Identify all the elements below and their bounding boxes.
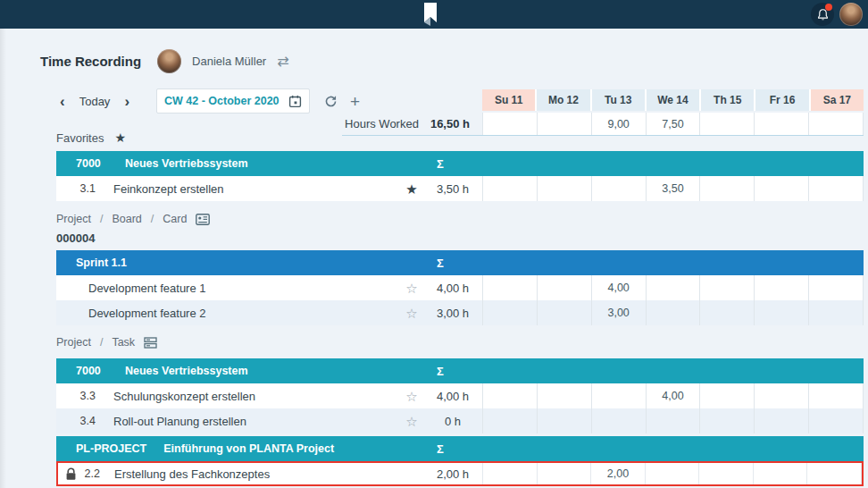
time-entry-cell[interactable] <box>482 463 537 484</box>
time-entry-cell[interactable] <box>699 176 754 201</box>
breadcrumb-item-project[interactable]: Project <box>56 336 91 349</box>
time-entry-cell[interactable] <box>646 300 700 325</box>
day-header-we: We 14 <box>647 89 699 111</box>
favorite-star-icon[interactable]: ☆ <box>400 307 423 320</box>
user-avatar[interactable] <box>839 3 863 26</box>
task-row[interactable]: 3.4 Roll-out Planung erstellen ☆ 0 h <box>56 408 864 433</box>
breadcrumb-item-board[interactable]: Board <box>112 213 141 225</box>
week-navigation-toolbar: ‹ Today › CW 42 - October 2020 + <box>56 89 360 113</box>
add-entry-button[interactable]: + <box>350 93 360 110</box>
sum-sigma-label: Σ <box>411 157 470 171</box>
project-group-header: 7000 Neues Vertriebssystem Σ <box>56 358 864 383</box>
time-entry-cell[interactable]: 3,50 <box>646 176 700 201</box>
time-entry-cell[interactable] <box>699 383 754 408</box>
task-row[interactable]: Development feature 2 ☆ 3,00 h 3,00 <box>56 300 864 325</box>
time-entry-cell[interactable] <box>699 408 754 433</box>
period-selector[interactable]: CW 42 - October 2020 <box>156 88 310 114</box>
task-total-hours: 3,00 h <box>423 307 482 320</box>
time-entry-cell[interactable] <box>754 176 808 201</box>
favorites-star-icon: ★ <box>114 130 126 145</box>
time-recording-page: Time Recording Daniela Müller ⇄ ‹ Today … <box>0 0 868 488</box>
time-entry-cell[interactable] <box>591 176 646 201</box>
calendar-icon[interactable] <box>288 95 302 108</box>
user-avatar[interactable] <box>157 49 181 73</box>
today-button[interactable]: Today <box>79 95 111 108</box>
project-code: 7000 <box>76 365 108 377</box>
time-entry-cell[interactable] <box>537 176 591 201</box>
notification-dot-badge <box>825 4 832 11</box>
favorite-star-icon[interactable]: ★ <box>400 182 423 196</box>
time-entry-cell[interactable] <box>537 300 591 325</box>
time-entry-cell[interactable]: 3,00 <box>591 300 646 325</box>
breadcrumb-item-project[interactable]: Project <box>56 213 91 225</box>
breadcrumb-item-task[interactable]: Task <box>112 336 135 349</box>
task-day-cells: 4,00 <box>482 275 864 300</box>
refresh-icon[interactable] <box>324 95 338 108</box>
switch-user-icon[interactable]: ⇄ <box>277 55 288 69</box>
task-number: 3.1 <box>72 182 96 195</box>
time-entry-cell[interactable] <box>645 463 699 484</box>
next-week-button[interactable]: › <box>121 94 133 109</box>
time-entry-cell[interactable] <box>808 275 864 300</box>
time-entry-cell[interactable] <box>646 275 700 300</box>
hours-worked-cell <box>754 113 808 135</box>
day-header-su: Su 11 <box>482 89 535 111</box>
time-entry-cell[interactable] <box>482 408 537 433</box>
time-entry-cell[interactable] <box>699 275 754 300</box>
day-header-th: Th 15 <box>701 89 754 111</box>
favorite-star-icon[interactable]: ☆ <box>400 415 423 428</box>
task-row[interactable]: 3.1 Feinkonzept erstellen ★ 3,50 h 3,50 <box>56 176 864 201</box>
breadcrumb-item-card[interactable]: Card <box>163 213 187 225</box>
card-icon <box>196 214 210 225</box>
previous-week-button[interactable]: ‹ <box>56 94 69 109</box>
day-header-fr: Fr 16 <box>755 89 808 111</box>
time-entry-cell[interactable]: 4,00 <box>646 383 700 408</box>
time-entry-cell[interactable] <box>482 300 537 325</box>
time-entry-cell[interactable] <box>806 463 862 484</box>
favorite-star-icon[interactable]: ☆ <box>400 282 423 295</box>
time-entry-cell[interactable] <box>482 275 537 300</box>
task-row[interactable]: 3.3 Schulungskonzept erstellen ☆ 4,00 h … <box>56 383 864 408</box>
notifications-bell-icon[interactable] <box>811 3 834 26</box>
task-row-highlighted[interactable]: 2.2 Erstellung des Fachkonzeptes 2,00 h … <box>56 461 864 486</box>
favorite-star-icon[interactable]: ☆ <box>400 390 423 403</box>
time-entry-cell[interactable] <box>537 408 591 433</box>
task-title: Schulungskonzept erstellen <box>113 390 400 403</box>
time-entry-cell[interactable] <box>591 383 646 408</box>
breadcrumb-separator: / <box>100 336 103 349</box>
time-entry-cell[interactable] <box>482 176 537 201</box>
time-entry-cell[interactable] <box>591 408 646 433</box>
week-day-header-row: Su 11 Mo 12 Tu 13 We 14 Th 15 Fr 16 Sa 1… <box>482 89 864 111</box>
project-code: PL-PROJECT <box>76 442 146 455</box>
time-entry-cell[interactable] <box>537 463 591 484</box>
time-entry-cell[interactable]: 4,00 <box>591 275 646 300</box>
time-entry-cell[interactable] <box>482 383 537 408</box>
day-header-sa: Sa 17 <box>811 89 864 111</box>
time-entry-cell[interactable] <box>698 463 753 484</box>
time-entry-cell[interactable] <box>537 275 591 300</box>
time-entry-cell[interactable]: 2,00 <box>590 463 645 484</box>
project-code: 7000 <box>76 157 108 170</box>
task-title: Erstellung des Fachkonzeptes <box>114 467 400 481</box>
hours-worked-label: Hours Worked <box>342 113 430 135</box>
task-total-hours: 2,00 h <box>423 467 482 481</box>
task-title: Development feature 1 <box>88 282 400 295</box>
task-row[interactable]: Development feature 1 ☆ 4,00 h 4,00 <box>56 275 864 300</box>
board-id-label: 000004 <box>56 231 95 245</box>
time-entry-cell[interactable] <box>646 408 700 433</box>
task-day-cells: 4,00 <box>482 383 864 408</box>
time-entry-cell[interactable] <box>754 300 808 325</box>
time-entry-cell[interactable] <box>537 383 591 408</box>
time-entry-cell[interactable] <box>808 300 864 325</box>
time-entry-cell[interactable] <box>808 408 864 433</box>
project-title: Einführung von PLANTA Project <box>163 442 388 455</box>
time-entry-cell[interactable] <box>808 176 864 201</box>
time-entry-cell[interactable] <box>754 383 808 408</box>
planta-bookmark-logo-icon <box>418 1 439 31</box>
time-entry-cell[interactable] <box>753 463 807 484</box>
time-entry-cell[interactable] <box>808 383 864 408</box>
time-entry-cell[interactable] <box>754 275 808 300</box>
time-entry-cell[interactable] <box>754 408 808 433</box>
hours-worked-row: Hours Worked 16,50 h 9,00 7,50 <box>342 113 864 136</box>
time-entry-cell[interactable] <box>699 300 754 325</box>
